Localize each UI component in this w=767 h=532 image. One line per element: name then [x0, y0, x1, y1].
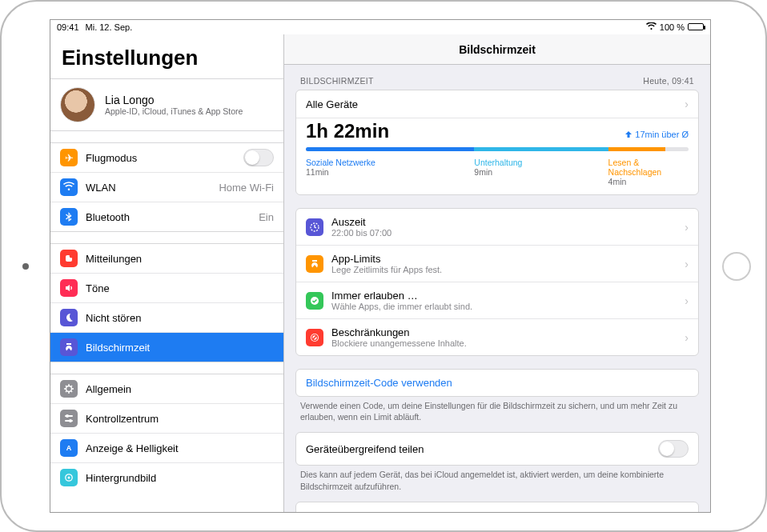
chevron-right-icon: › — [685, 221, 689, 234]
camera-dot — [22, 263, 29, 270]
sidebar-item-wallpaper[interactable]: Hintergrundbild — [50, 463, 283, 492]
legend-a-val: 11min — [306, 167, 474, 177]
wallpaper-icon — [60, 469, 78, 486]
profile-row[interactable]: Lia Longo Apple-ID, iCloud, iTunes & App… — [50, 79, 283, 130]
airplane-label: Flugmodus — [86, 152, 235, 164]
passcode-label: Bildschirmzeit-Code verwenden — [306, 377, 452, 389]
legend-c-val: 4min — [608, 177, 689, 186]
sidebar-item-airplane[interactable]: ✈ Flugmodus — [50, 143, 283, 173]
display-icon: A — [60, 439, 78, 457]
legend-b-val: 9min — [474, 167, 608, 177]
sidebar-item-sounds[interactable]: Töne — [50, 274, 283, 303]
limits-title: App-Limits — [331, 253, 677, 265]
svg-text:A: A — [66, 444, 72, 452]
share-switch[interactable] — [658, 440, 689, 458]
general-group: Allgemein Kontrollzentrum A Anzeige & He… — [50, 374, 283, 492]
option-limits[interactable]: App-Limits Lege Zeitlimits für Apps fest… — [296, 246, 698, 282]
allow-sub: Wähle Apps, die immer erlaubt sind. — [331, 302, 677, 311]
option-allow[interactable]: Immer erlauben … Wähle Apps, die immer e… — [296, 282, 698, 319]
bluetooth-icon — [60, 208, 78, 226]
screentime-icon — [60, 338, 78, 356]
chevron-right-icon: › — [685, 294, 689, 307]
disable-card: Bildschirmzeit deaktivieren — [295, 502, 699, 512]
limits-icon — [306, 255, 323, 273]
sidebar-item-screentime[interactable]: Bildschirmzeit — [50, 333, 283, 362]
share-card: Geräteübergreifend teilen — [295, 432, 699, 466]
status-bar: 09:41 Mi. 12. Sep. 100 % — [50, 20, 710, 34]
total-time-row: 1h 22min 17min über Ø — [296, 118, 698, 147]
airplane-switch[interactable] — [243, 149, 274, 166]
avatar — [60, 87, 95, 122]
home-button[interactable] — [722, 252, 751, 281]
screentime-label: Bildschirmzeit — [86, 342, 274, 354]
profile-sub: Apple-ID, iCloud, iTunes & App Store — [105, 106, 243, 116]
wifi-icon — [646, 22, 657, 32]
usage-header: Bildschirmzeit Heute, 09:41 — [295, 65, 699, 90]
chevron-right-icon: › — [685, 331, 689, 344]
share-row[interactable]: Geräteübergreifend teilen — [296, 433, 698, 465]
svg-point-6 — [69, 419, 72, 422]
wifi-value: Home Wi-Fi — [219, 182, 274, 194]
passcode-row[interactable]: Bildschirmzeit-Code verwenden — [296, 370, 698, 396]
battery-icon — [688, 23, 704, 30]
options-card: Auszeit 22:00 bis 07:00 › App-Limits — [295, 208, 699, 356]
usage-bar — [306, 147, 689, 151]
share-label: Geräteübergreifend teilen — [306, 443, 650, 455]
usage-header-left: Bildschirmzeit — [300, 76, 374, 86]
restrict-icon — [306, 329, 323, 346]
restrict-sub: Blockiere unangemessene Inhalte. — [331, 338, 677, 348]
sounds-icon — [60, 279, 78, 297]
option-downtime[interactable]: Auszeit 22:00 bis 07:00 › — [296, 209, 698, 246]
downtime-sub: 22:00 bis 07:00 — [331, 228, 677, 238]
screen: 09:41 Mi. 12. Sep. 100 % Einstellungen — [50, 19, 711, 513]
cc-icon — [60, 410, 78, 427]
status-time: 09:41 — [57, 22, 79, 32]
legend-a-name: Soziale Netzwerke — [306, 158, 474, 167]
chevron-right-icon: › — [685, 98, 689, 110]
sidebar-item-bluetooth[interactable]: Bluetooth Ein — [50, 202, 283, 231]
sidebar-item-display[interactable]: A Anzeige & Helligkeit — [50, 434, 283, 463]
display-label: Anzeige & Helligkeit — [86, 442, 274, 454]
chevron-right-icon: › — [685, 258, 689, 270]
disable-label: Bildschirmzeit deaktivieren — [306, 510, 429, 512]
restrict-title: Beschränkungen — [331, 326, 677, 338]
allow-icon — [306, 292, 323, 310]
sidebar-item-wifi[interactable]: WLAN Home Wi-Fi — [50, 173, 283, 202]
legend-c-name: Lesen & Nachschlagen — [608, 158, 689, 177]
bt-value: Ein — [259, 211, 274, 223]
option-restrictions[interactable]: Beschränkungen Blockiere unangemessene I… — [296, 319, 698, 355]
sidebar-item-dnd[interactable]: Nicht stören — [50, 303, 283, 333]
svg-point-5 — [66, 414, 69, 418]
delta-text: 17min über Ø — [635, 130, 689, 139]
dnd-icon — [60, 309, 78, 326]
svg-point-1 — [70, 254, 74, 258]
sounds-label: Töne — [86, 282, 274, 294]
profile-name: Lia Longo — [105, 94, 243, 106]
sidebar-item-control-center[interactable]: Kontrollzentrum — [50, 404, 283, 434]
main-scroll[interactable]: Bildschirmzeit Heute, 09:41 Alle Geräte … — [284, 65, 710, 512]
battery-pct: 100 % — [660, 22, 685, 32]
all-devices-row[interactable]: Alle Geräte › — [296, 90, 698, 118]
main-pane: Bildschirmzeit Bildschirmzeit Heute, 09:… — [284, 34, 710, 512]
wifi-label: WLAN — [86, 182, 211, 194]
cc-label: Kontrollzentrum — [86, 413, 274, 425]
bt-label: Bluetooth — [86, 211, 251, 223]
page-title: Bildschirmzeit — [284, 34, 710, 65]
passcode-desc: Verwende einen Code, um deine Einstellun… — [295, 397, 699, 432]
disable-row[interactable]: Bildschirmzeit deaktivieren — [296, 502, 698, 512]
airplane-icon: ✈ — [60, 149, 78, 166]
downtime-icon — [306, 218, 323, 236]
general-label: Allgemein — [86, 383, 274, 395]
sidebar-title: Einstellungen — [50, 34, 283, 78]
bar-reading — [608, 147, 666, 151]
bar-social — [306, 147, 474, 151]
sidebar-item-notifications[interactable]: Mitteilungen — [50, 244, 283, 274]
sidebar-item-general[interactable]: Allgemein — [50, 374, 283, 404]
notifications-icon — [60, 250, 78, 267]
sidebar: Einstellungen Lia Longo Apple-ID, iCloud… — [50, 34, 284, 512]
usage-header-right: Heute, 09:41 — [643, 76, 694, 86]
wifi-settings-icon — [60, 178, 78, 196]
passcode-card: Bildschirmzeit-Code verwenden — [295, 369, 699, 397]
delta: 17min über Ø — [624, 130, 689, 139]
general-icon — [60, 380, 78, 398]
